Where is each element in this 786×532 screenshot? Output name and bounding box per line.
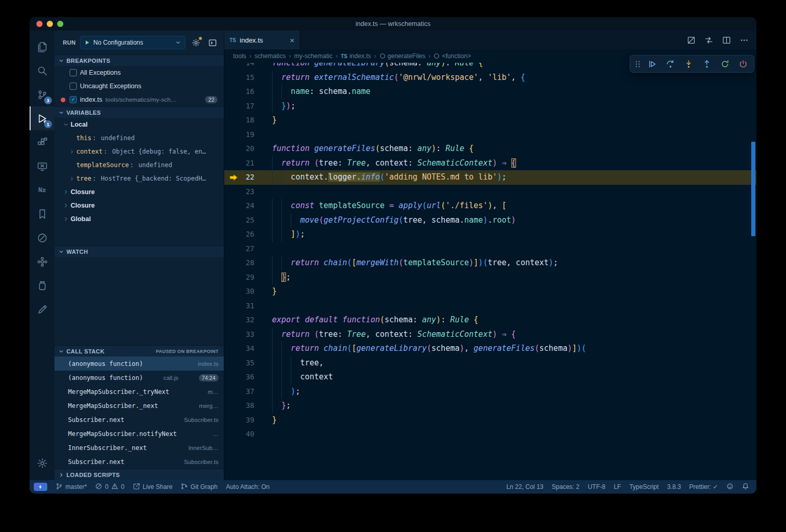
breakpoint-checkbox[interactable] [70, 83, 77, 90]
activity-item-bookmarks[interactable] [30, 202, 55, 226]
continue-button[interactable] [644, 57, 661, 71]
step-over-button[interactable] [662, 57, 679, 71]
compare-changes-icon[interactable] [703, 35, 714, 45]
editor-gutter[interactable]: 40 [224, 427, 272, 442]
call-stack-frame[interactable]: Subscriber.nextSubscriber.ts [55, 413, 224, 427]
editor-gutter[interactable]: 31 [224, 299, 272, 313]
minimize-window-button[interactable] [47, 21, 53, 27]
status-remote[interactable] [30, 480, 51, 494]
zoom-window-button[interactable] [57, 21, 63, 27]
loaded-scripts-section-header[interactable]: LOADED SCRIPTS [55, 469, 224, 480]
close-window-button[interactable] [36, 21, 43, 27]
breakpoints-section-header[interactable]: BREAKPOINTS [55, 54, 224, 66]
variable-context[interactable]: context: Object {debug: false, en… [55, 145, 224, 158]
editor-gutter[interactable]: 15 [224, 71, 272, 85]
breakpoint-item[interactable]: ✓index.tstools/schematics/my-sch…22 [55, 93, 224, 106]
breakpoint-checkbox[interactable]: ✓ [70, 96, 77, 103]
editor-gutter[interactable]: 34 [224, 342, 272, 356]
editor-gutter[interactable]: 14 [224, 63, 272, 71]
call-stack-frame[interactable]: MergeMapSubscriber.notifyNext… [55, 427, 224, 441]
activity-item-live-server[interactable] [30, 226, 55, 250]
status-branch[interactable]: master* [51, 480, 91, 494]
editor-gutter[interactable]: 17 [224, 99, 272, 114]
status-prettier[interactable]: Prettier: ✓ [685, 480, 722, 494]
editor-gutter[interactable]: 20 [224, 142, 272, 156]
status-auto-attach[interactable]: Auto Attach: On [222, 480, 274, 494]
activity-item-source-control[interactable]: 3 [30, 83, 55, 106]
status-git-graph[interactable]: Git Graph [177, 480, 222, 494]
split-editor-icon[interactable] [721, 35, 731, 45]
overview-ruler[interactable] [749, 63, 756, 480]
toolbar-grip-handle[interactable] [632, 57, 643, 71]
breadcrumb-item-my-schematic[interactable]: my-schematic [294, 52, 332, 60]
debug-configuration-dropdown[interactable]: No Configurations [80, 36, 185, 49]
call-stack-section-header[interactable]: CALL STACK PAUSED ON BREAKPOINT [55, 345, 224, 357]
editor-gutter[interactable]: 18 [224, 113, 272, 128]
variable-tree[interactable]: tree: HostTree {_backend: ScopedH… [55, 172, 224, 185]
disconnect-button[interactable] [735, 57, 752, 71]
activity-item-explorer[interactable] [30, 35, 55, 59]
call-stack-frame[interactable]: (anonymous function)call.js74:24 [55, 371, 224, 385]
open-changes-icon[interactable] [686, 35, 696, 45]
debug-settings-gear-button[interactable] [189, 36, 202, 49]
variables-scope-closure[interactable]: Closure [55, 199, 224, 212]
restart-button[interactable] [716, 57, 734, 71]
variables-scope-local[interactable]: Local [55, 118, 224, 131]
variables-section-header[interactable]: VARIABLES [55, 106, 224, 118]
status-problems[interactable]: 00 [91, 480, 128, 494]
step-into-button[interactable] [680, 57, 697, 71]
titlebar[interactable]: index.ts — wrkschematics [30, 17, 756, 31]
status-feedback[interactable] [722, 480, 738, 494]
tab-index-ts[interactable]: TS index.ts × [224, 31, 300, 49]
variables-scope-global[interactable]: Global [55, 212, 224, 226]
open-debug-console-button[interactable] [206, 36, 219, 49]
status-encoding[interactable]: UTF-8 [584, 480, 609, 494]
breakpoint-item[interactable]: Uncaught Exceptions [55, 79, 224, 93]
breadcrumb-item-index-ts[interactable]: TSindex.ts [341, 52, 371, 60]
editor-gutter[interactable]: 21 [224, 156, 272, 171]
call-stack-frame[interactable]: (anonymous function)index.ts [55, 357, 224, 371]
editor-gutter[interactable]: 29 [224, 270, 272, 285]
editor-gutter[interactable]: 38 [224, 399, 272, 413]
status-notifications[interactable] [738, 480, 753, 494]
activity-item-nx-console[interactable]: N≥ [30, 178, 55, 202]
variable-this[interactable]: this: undefined [55, 131, 224, 145]
editor-gutter[interactable]: 19 [224, 128, 272, 142]
activity-item-remote-explorer[interactable] [30, 154, 55, 178]
activity-item-extensions[interactable] [30, 130, 55, 154]
call-stack-frame[interactable]: Subscriber.nextSubscriber.ts [55, 455, 224, 469]
more-actions-icon[interactable] [739, 35, 749, 45]
status-indentation[interactable]: Spaces: 2 [548, 480, 584, 494]
start-debugging-icon[interactable] [84, 39, 90, 46]
editor-gutter[interactable]: 28 [224, 256, 272, 270]
editor-gutter[interactable]: 37 [224, 385, 272, 399]
editor-gutter[interactable]: 16 [224, 85, 272, 99]
activity-item-draw-edit[interactable] [30, 297, 55, 321]
editor-gutter[interactable]: 36 [224, 370, 272, 385]
editor-gutter[interactable]: 33 [224, 328, 272, 342]
editor-gutter[interactable]: 39 [224, 413, 272, 428]
breakpoint-checkbox[interactable] [70, 69, 77, 76]
variable-templateSource[interactable]: templateSource: undefined [55, 158, 224, 172]
editor-gutter[interactable]: 32 [224, 313, 272, 328]
status-live-share[interactable]: Live Share [129, 480, 177, 494]
status-language-mode[interactable]: TypeScript [625, 480, 663, 494]
step-out-button[interactable] [698, 57, 715, 71]
activity-item-docker-jar[interactable] [30, 274, 55, 297]
editor-gutter[interactable]: 30 [224, 284, 272, 299]
editor-gutter[interactable]: 26 [224, 227, 272, 242]
activity-item-run-and-debug[interactable]: 1 [30, 106, 55, 130]
activity-item-search[interactable] [30, 59, 55, 83]
breadcrumb-item--function-[interactable]: <function> [433, 52, 471, 60]
breadcrumb-item-generatefiles[interactable]: generateFiles [380, 52, 426, 60]
call-stack-frame[interactable]: MergeMapSubscriber._tryNextm… [55, 385, 224, 399]
watch-section-header[interactable]: WATCH [55, 245, 224, 257]
breakpoint-item[interactable]: All Exceptions [55, 66, 224, 79]
editor-gutter[interactable]: 24 [224, 199, 272, 213]
activity-item-gitlens[interactable] [30, 250, 55, 274]
status-eol[interactable]: LF [609, 480, 625, 494]
call-stack-frame[interactable]: MergeMapSubscriber._nextmerg… [55, 399, 224, 413]
breadcrumb-item-schematics[interactable]: schematics [254, 52, 286, 60]
editor-gutter[interactable]: 25 [224, 213, 272, 228]
close-tab-icon[interactable]: × [290, 36, 294, 44]
